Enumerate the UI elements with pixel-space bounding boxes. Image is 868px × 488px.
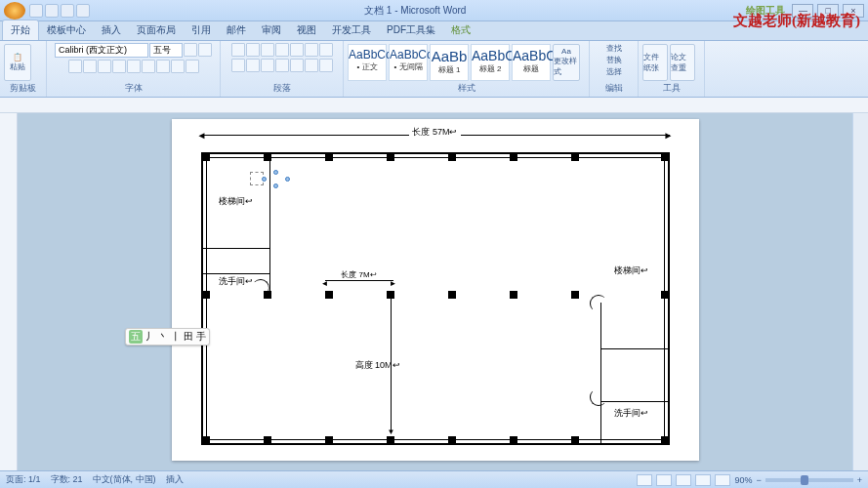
qat-undo-icon[interactable] xyxy=(45,4,59,18)
show-marks-icon[interactable] xyxy=(319,43,333,57)
styles-gallery[interactable]: AaBbCcDd• 正文 AaBbCcDd• 无间隔 AaBb标题 1 AaBb… xyxy=(348,43,585,81)
indent-inc-icon[interactable] xyxy=(290,43,304,57)
status-insert[interactable]: 插入 xyxy=(166,473,184,486)
group-clipboard-label: 剪贴板 xyxy=(4,81,42,95)
align-left-icon[interactable] xyxy=(231,59,245,72)
tab-insert[interactable]: 插入 xyxy=(94,20,129,40)
replace-button[interactable]: 替换 xyxy=(606,55,622,65)
zoom-in-button[interactable]: + xyxy=(857,475,862,485)
page-canvas[interactable]: ◄► 长度 57M↩ xyxy=(172,119,699,461)
selection-handle[interactable] xyxy=(273,170,278,175)
document-area[interactable]: ◄► 长度 57M↩ xyxy=(18,113,852,470)
change-styles-button[interactable]: Aa更改样式 xyxy=(553,44,580,81)
view-outline-icon[interactable] xyxy=(695,474,711,486)
view-print-icon[interactable] xyxy=(637,474,652,486)
tab-home[interactable]: 开始 xyxy=(2,20,39,40)
label-wash-left: 洗手间↩ xyxy=(219,275,253,288)
status-words[interactable]: 字数: 21 xyxy=(51,473,83,486)
style-h1[interactable]: AaBb标题 1 xyxy=(430,44,469,81)
quick-access-toolbar xyxy=(29,4,90,18)
view-read-icon[interactable] xyxy=(656,474,672,486)
ribbon: 📋粘贴 剪贴板 Calibri (西文正文) 五号 字体 xyxy=(0,41,868,98)
selection-handle[interactable] xyxy=(273,183,278,188)
numbering-icon[interactable] xyxy=(246,43,260,57)
outer-wall[interactable]: 楼梯间↩ 洗手间↩ 楼梯间↩ 洗手间↩ 长度 7M↩ ◄► xyxy=(201,152,670,445)
group-font-label: 字体 xyxy=(51,81,216,95)
status-bar: 页面: 1/1 字数: 21 中文(简体, 中国) 插入 90% − + xyxy=(0,470,868,488)
shading-icon[interactable] xyxy=(305,59,318,72)
selection-handle[interactable] xyxy=(285,177,290,182)
zoom-level[interactable]: 90% xyxy=(734,475,752,485)
tab-view[interactable]: 视图 xyxy=(289,20,324,40)
tab-layout[interactable]: 页面布局 xyxy=(129,20,184,40)
superscript-icon[interactable] xyxy=(142,60,155,73)
office-button[interactable] xyxy=(4,2,25,20)
label-height: 高度 10M↩ xyxy=(355,359,400,372)
qat-more-icon[interactable] xyxy=(76,4,90,18)
style-nospacing[interactable]: AaBbCcDd• 无间隔 xyxy=(389,44,428,81)
group-edit-label: 编辑 xyxy=(594,81,634,95)
multilevel-icon[interactable] xyxy=(261,43,274,57)
view-draft-icon[interactable] xyxy=(715,474,730,486)
group-tools-label: 工具 xyxy=(642,81,700,95)
paper-check-button[interactable]: 论文 查重 xyxy=(670,44,695,81)
line-spacing-icon[interactable] xyxy=(290,59,304,72)
justify-icon[interactable] xyxy=(275,59,289,72)
bold-icon[interactable] xyxy=(68,60,82,73)
qat-redo-icon[interactable] xyxy=(61,4,74,18)
tab-references[interactable]: 引用 xyxy=(184,20,219,40)
tab-dev[interactable]: 开发工具 xyxy=(324,20,379,40)
tab-template[interactable]: 模板中心 xyxy=(39,20,94,40)
style-title[interactable]: AaBbC标题 xyxy=(512,44,551,81)
tab-mail[interactable]: 邮件 xyxy=(219,20,254,40)
label-wash-right: 洗手间↩ xyxy=(614,407,648,420)
grow-font-icon[interactable] xyxy=(184,43,197,57)
font-color-icon[interactable] xyxy=(186,60,199,73)
file-paper-button[interactable]: 文件 纸张 xyxy=(642,44,668,81)
select-button[interactable]: 选择 xyxy=(606,66,622,77)
ime-toolbar[interactable]: 五 丿 丶 丨 田 手 xyxy=(125,328,210,346)
style-normal[interactable]: AaBbCcDd• 正文 xyxy=(348,44,387,81)
ruler-horizontal[interactable] xyxy=(0,98,868,113)
strike-icon[interactable] xyxy=(112,60,126,73)
underline-icon[interactable] xyxy=(98,60,111,73)
paste-button[interactable]: 📋粘贴 xyxy=(4,44,31,81)
align-right-icon[interactable] xyxy=(261,59,274,72)
watermark-text: 文越老师(新越教育) xyxy=(733,12,860,30)
dimension-top: ◄► 长度 57M↩ xyxy=(201,129,670,142)
scrollbar-vertical[interactable] xyxy=(852,113,868,470)
tab-format[interactable]: 格式 xyxy=(443,20,478,40)
tab-review[interactable]: 审阅 xyxy=(254,20,289,40)
italic-icon[interactable] xyxy=(83,60,97,73)
find-button[interactable]: 查找 xyxy=(606,43,622,54)
selection-handle[interactable] xyxy=(262,177,267,182)
text-effect-icon[interactable] xyxy=(156,60,170,73)
ime-mode-icon[interactable]: 五 xyxy=(129,330,143,344)
qat-save-icon[interactable] xyxy=(29,4,43,18)
align-center-icon[interactable] xyxy=(246,59,260,72)
view-web-icon[interactable] xyxy=(676,474,691,486)
dimension-span: 长度 7M↩ ◄► xyxy=(325,269,393,281)
indent-dec-icon[interactable] xyxy=(275,43,289,57)
zoom-out-button[interactable]: − xyxy=(756,475,761,485)
tab-pdf[interactable]: PDF工具集 xyxy=(379,20,443,40)
group-styles-label: 样式 xyxy=(348,81,585,95)
style-h2[interactable]: AaBbC标题 2 xyxy=(471,44,510,81)
sort-icon[interactable] xyxy=(305,43,318,57)
ruler-vertical[interactable] xyxy=(0,113,18,470)
borders-icon[interactable] xyxy=(319,59,333,72)
status-lang[interactable]: 中文(简体, 中国) xyxy=(93,473,156,486)
font-size-combo[interactable]: 五号 xyxy=(149,43,183,58)
label-stair-right: 楼梯间↩ xyxy=(614,264,648,277)
label-stair-left: 楼梯间↩ xyxy=(219,195,253,208)
bullets-icon[interactable] xyxy=(231,43,245,57)
window-title: 文档 1 - Microsoft Word xyxy=(90,4,740,18)
font-name-combo[interactable]: Calibri (西文正文) xyxy=(55,43,148,58)
subscript-icon[interactable] xyxy=(127,60,141,73)
status-page[interactable]: 页面: 1/1 xyxy=(6,473,41,486)
highlight-icon[interactable] xyxy=(171,60,185,73)
zoom-slider[interactable] xyxy=(765,478,853,482)
group-para-label: 段落 xyxy=(225,81,339,95)
shrink-font-icon[interactable] xyxy=(198,43,212,57)
